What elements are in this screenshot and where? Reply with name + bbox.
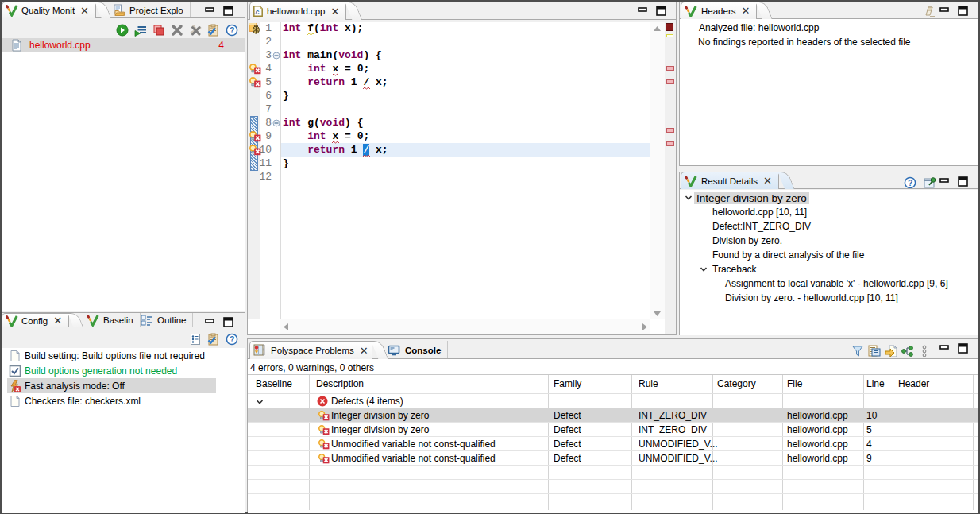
svg-text:?: ? — [908, 178, 912, 187]
svg-text:?: ? — [230, 25, 234, 35]
svg-text:.c: .c — [254, 8, 260, 16]
svg-text:?: ? — [230, 334, 234, 344]
